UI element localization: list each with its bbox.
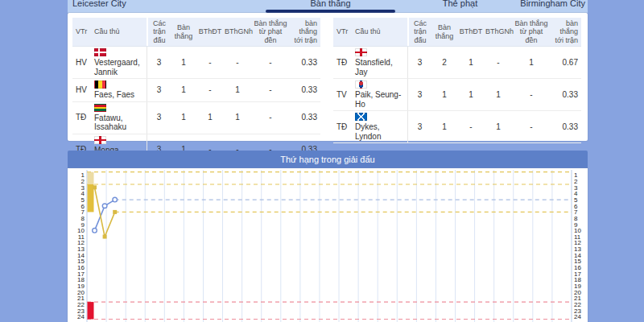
stat-cell: 0.33 (551, 89, 581, 101)
stat-cell: 0.33 (290, 56, 320, 69)
player-row[interactable]: HVVestergaard, Jannik31---0.33 (72, 47, 320, 79)
stat-cell: 1 (512, 56, 551, 69)
column-header: BThGNh (224, 26, 251, 37)
stat-cell: 3 (147, 47, 171, 78)
column-header: Bàn thắng (171, 22, 196, 42)
player-name[interactable]: Paik, Seung-Ho (355, 90, 407, 109)
rank-tick-right: 24 (574, 313, 581, 320)
position-cell: TĐ (333, 121, 354, 134)
away-players-goals-table: VTrCầu thủCác trận đấuBàn thắngBThĐTBThG… (333, 18, 581, 143)
stat-cell: - (224, 56, 251, 69)
belgium-flag-icon (94, 80, 106, 89)
table-header-row: VTrCầu thủCác trận đấuBàn thắngBThĐTBThG… (72, 18, 320, 47)
england-flag-icon (94, 136, 106, 144)
player-row[interactable]: TVPaik, Seung-Ho3111-0.33 (333, 79, 581, 111)
stat-cell: 0.33 (290, 111, 320, 124)
player-row[interactable]: TĐFatawu, Issahaku3111-0.33 (72, 102, 320, 134)
player-name[interactable]: Vestergaard, Jannik (94, 58, 146, 76)
player-name[interactable]: Fatawu, Issahaku (94, 114, 146, 132)
stat-cell: 1 (171, 84, 196, 97)
player-name-cell[interactable]: Paik, Seung-Ho (354, 79, 407, 110)
stat-cell: 1 (224, 84, 251, 97)
relegation-zone-band (88, 302, 94, 319)
tab-goals[interactable]: Bàn thắng (266, 0, 395, 8)
position-cell: HV (72, 84, 93, 97)
stat-cell: 3 (407, 79, 431, 110)
ranking-chart-title: Thứ hạng trong giải đấu (68, 151, 588, 168)
table-header-row: VTrCầu thủCác trận đấuBàn thắngBThĐTBThG… (333, 18, 581, 47)
stat-cell: - (457, 121, 485, 134)
player-row[interactable]: TĐStansfield, Jay321-10.67 (333, 47, 581, 79)
player-name-cell[interactable]: Stansfield, Jay (354, 47, 407, 78)
stat-cell: - (196, 84, 224, 97)
player-stats-card: VTrCầu thủCác trận đấuBàn thắngBThĐTBThG… (68, 13, 588, 141)
stat-cell: 1 (485, 121, 512, 134)
stat-cell: 0.67 (551, 56, 581, 69)
team-link-home[interactable]: Leicester City (72, 0, 126, 8)
column-header: Cầu thủ (354, 26, 407, 37)
yellow-marker (113, 210, 117, 214)
stat-cell: 0.33 (290, 84, 320, 97)
player-name-cell[interactable]: Fatawu, Issahaku (93, 102, 147, 134)
column-header: BThĐT (457, 26, 485, 37)
home-players-goals-table: VTrCầu thủCác trận đấuBàn thắngBThĐTBThG… (72, 18, 320, 167)
stat-cell: 1 (196, 111, 224, 124)
column-header: Bàn thắng từ phạt đền (512, 18, 551, 46)
player-name[interactable]: Dykes, Lyndon (355, 122, 407, 141)
stat-cell: - (512, 121, 551, 134)
position-cell: TĐ (333, 56, 354, 69)
ranking-chart: 1122334455667788991010111112121313141415… (68, 168, 588, 322)
stat-cell: 3 (407, 111, 431, 142)
stat-cell: 3 (407, 47, 431, 78)
column-header: VTr (72, 26, 93, 37)
stat-cell: 2 (431, 56, 457, 69)
stat-cell: - (512, 89, 551, 101)
player-name-cell[interactable]: Faes, Faes (93, 79, 147, 101)
rank-tick-left: 24 (77, 313, 85, 320)
stat-cell: 1 (224, 111, 251, 124)
h2h-goals-page: Leicester City Bàn thắng Thẻ phạt Birmin… (0, 0, 644, 322)
stat-cell: 1 (485, 89, 512, 101)
stat-cell: - (485, 56, 512, 69)
column-header: BThGNh (485, 26, 512, 37)
stat-cell: 3 (147, 102, 171, 134)
player-row[interactable]: HVFaes, Faes31-1-0.33 (72, 79, 320, 102)
tab-cards[interactable]: Thẻ phạt (395, 0, 525, 8)
blue-marker (102, 204, 107, 208)
stat-cell: 1 (171, 111, 196, 124)
column-header: bàn thắng tới trận (551, 18, 581, 46)
column-header: bàn thắng tới trận (290, 18, 320, 46)
player-name-cell[interactable]: Vestergaard, Jannik (93, 47, 147, 78)
player-row[interactable]: TĐDykes, Lyndon31-1-0.33 (333, 111, 581, 143)
stat-cell: 1 (457, 89, 485, 101)
stat-cell: - (196, 56, 224, 69)
stat-cell: - (251, 84, 290, 97)
player-name[interactable]: Stansfield, Jay (355, 58, 407, 76)
position-cell: TĐ (72, 111, 93, 124)
scotland-flag-icon (355, 113, 367, 121)
column-header: Bàn thắng từ phạt đền (251, 18, 290, 46)
column-header: VTr (333, 26, 354, 37)
blue-marker (93, 229, 97, 233)
south-korea-flag-icon (355, 80, 367, 89)
position-cell: HV (72, 56, 93, 69)
stat-cell: 0.33 (551, 121, 581, 134)
column-header: Các trận đấu (407, 18, 431, 46)
england-flag-icon (355, 48, 367, 56)
player-name-cell[interactable]: Dykes, Lyndon (354, 111, 407, 142)
player-name[interactable]: Faes, Faes (94, 90, 134, 100)
team-link-away[interactable]: Birmingham City (520, 0, 585, 8)
ghana-flag-icon (94, 104, 106, 112)
column-header: Bàn thắng (431, 22, 457, 42)
stat-cell: - (251, 56, 290, 69)
stat-cell: 1 (171, 56, 196, 69)
stat-cell: - (251, 111, 290, 124)
match-header-bar: Leicester City Bàn thắng Thẻ phạt Birmin… (68, 0, 588, 13)
yellow-marker (93, 185, 97, 189)
yellow-rank-line (95, 188, 115, 237)
ranking-chart-container: 1122334455667788991010111112121313141415… (68, 168, 588, 322)
column-header: BThĐT (196, 26, 224, 37)
stat-cell: 1 (431, 121, 457, 134)
blue-marker (113, 197, 118, 202)
denmark-flag-icon (94, 48, 106, 56)
